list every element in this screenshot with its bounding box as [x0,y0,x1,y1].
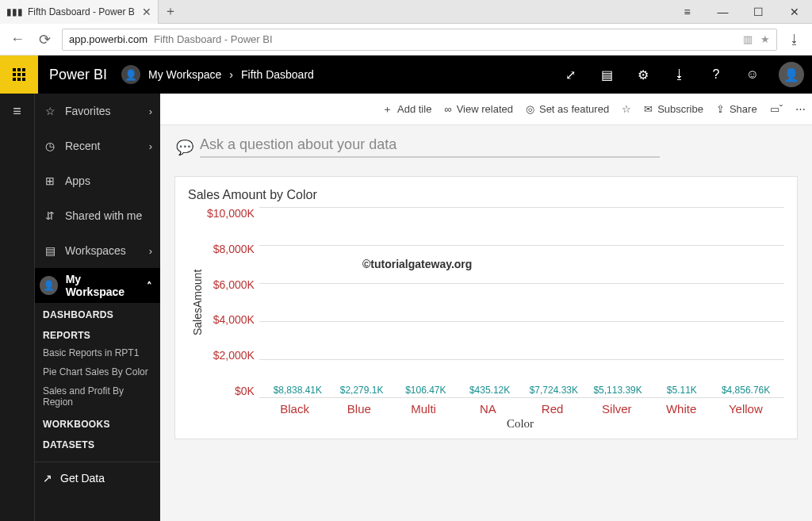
section-workbooks[interactable]: WORKBOOKS [35,412,160,433]
get-data-button[interactable]: ↗ Get Data [35,462,160,494]
share-button[interactable]: ⇪Share [716,103,757,115]
tab-title: Fifth Dasboard - Power B [28,6,135,17]
powerbi-bars-icon: ▮▮▮ [6,6,23,17]
favorite-icon[interactable]: ★ [760,33,770,45]
bar-value-label: $7,724.33K [530,385,578,396]
sidebar-item[interactable]: ▤ Workspaces › [35,233,160,268]
close-icon[interactable]: ✕ [142,6,151,18]
download-icon[interactable]: ⭳ [661,56,698,94]
menu-icon[interactable]: ≡ [669,0,705,24]
sidebar-item-label: My Workspace [66,273,139,298]
section-datasets[interactable]: DATASETS [35,433,160,454]
sidebar-item-label: Shared with me [65,209,142,222]
section-dashboards[interactable]: DASHBOARDS [35,303,160,324]
chevron-up-icon: ˄ [147,280,152,292]
bar[interactable]: $7,724.33K [522,385,586,397]
view-related-button[interactable]: ∞View related [444,103,513,115]
hamburger-icon[interactable]: ≡ [0,94,34,128]
fullscreen-icon[interactable]: ⤢ [552,56,588,94]
bar[interactable]: $2,279.1K [330,385,394,397]
nav-icon: ◷ [43,140,57,152]
bar-value-label: $4,856.76K [722,385,770,396]
downloads-icon[interactable]: ⭳ [785,33,804,47]
nav-icon: ▤ [43,244,57,257]
x-axis-label: Color [256,417,784,431]
bar[interactable]: $106.47K [393,385,458,397]
x-tick: Black [262,402,327,416]
maximize-button[interactable]: ☐ [741,0,776,24]
feedback-icon[interactable]: ☺ [734,56,771,94]
browser-tab[interactable]: ▮▮▮ Fifth Dasboard - Power B ✕ [0,0,159,24]
settings-icon[interactable]: ⚙ [625,56,661,94]
y-tick: $6,000K [213,278,255,291]
help-icon[interactable]: ? [698,56,734,94]
subscribe-button[interactable]: ✉Subscribe [644,103,703,115]
display-mode-button[interactable]: ▭ˇ [770,103,783,115]
qa-input[interactable]: 💬 Ask a question about your data [160,125,812,165]
report-link[interactable]: Basic Reports in RPT1 [35,344,160,363]
add-tile-button[interactable]: ＋Add tile [382,102,431,117]
bar-value-label: $2,279.1K [340,385,384,396]
sidebar-item[interactable]: ⇵ Shared with me [35,198,160,233]
get-data-label: Get Data [60,472,105,485]
user-icon: 👤 [40,276,58,295]
app-launcher-button[interactable] [0,56,38,94]
bar-value-label: $435.12K [469,385,510,396]
x-tick: NA [456,402,520,416]
url-input[interactable]: app.powerbi.com Fifth Dasboard - Power B… [62,29,777,51]
sidebar-item[interactable]: ⊞ Apps [35,163,160,198]
x-tick: Multi [391,402,455,416]
comments-icon[interactable]: ▤ [588,56,625,94]
bar-value-label: $8,838.41K [274,385,322,396]
sidebar-item[interactable]: ◷ Recent › [35,128,160,163]
breadcrumb-workspace[interactable]: My Workspace [148,68,221,81]
report-link[interactable]: Pie Chart Sales By Color [35,363,160,382]
more-button[interactable]: ⋯ [795,103,806,115]
bar[interactable]: $435.12K [458,385,522,397]
set-featured-button[interactable]: ◎Set as featured [526,103,609,115]
x-tick: Yellow [714,402,778,416]
bar[interactable]: $5.11K [649,385,714,397]
ellipsis-icon: ⋯ [795,103,806,115]
sidebar-item-label: Workspaces [65,244,126,257]
bar[interactable]: $5,113.39K [586,385,650,397]
bar[interactable]: $4,856.76K [714,385,778,397]
url-domain: app.powerbi.com [69,33,147,45]
chevron-right-icon: › [149,140,152,152]
sidebar-item-label: Favorites [65,105,111,117]
refresh-button[interactable]: ⟳ [35,31,54,48]
url-page-title: Fifth Dasboard - Power BI [154,33,273,45]
back-button[interactable]: ← [8,31,27,48]
x-tick: Red [520,402,584,416]
bar-value-label: $5.11K [667,385,697,396]
favorite-button[interactable]: ☆ [622,103,631,115]
collapse-column: ≡ [0,94,35,521]
x-axis-ticks: BlackBlueMultiNARedSilverWhiteYellow [256,397,784,416]
y-axis-ticks: $10,000K$8,000K$6,000K$4,000K$2,000K$0K [207,207,259,397]
address-bar: ← ⟳ app.powerbi.com Fifth Dasboard - Pow… [0,24,812,56]
share-icon: ⇪ [716,103,725,115]
report-link[interactable]: Sales and Profit By Region [35,382,160,412]
section-reports[interactable]: REPORTS [35,324,160,344]
y-axis-label: SalesAmount [188,207,207,397]
monitor-icon: ▭ˇ [770,103,783,115]
site-info-icon[interactable]: ▥ [743,33,753,45]
nav-icon: ☆ [43,105,57,117]
new-tab-button[interactable]: ＋ [159,3,182,20]
minimize-button[interactable]: — [705,0,741,24]
mail-icon: ✉ [644,103,653,115]
sidebar-item-my-workspace[interactable]: 👤 My Workspace ˄ [35,268,160,303]
chat-icon: 💬 [176,139,193,156]
chart-tile[interactable]: Sales Amount by Color SalesAmount $10,00… [174,176,798,439]
y-tick: $2,000K [213,349,255,362]
y-tick: $0K [235,385,255,397]
close-window-button[interactable]: ✕ [776,0,812,24]
related-icon: ∞ [444,103,451,115]
qa-placeholder: Ask a question about your data [200,136,660,158]
breadcrumb-page: Fifth Dasboard [241,68,314,81]
profile-avatar[interactable]: 👤 [779,62,804,87]
bar[interactable]: $8,838.41K [266,385,330,397]
sidebar-item[interactable]: ☆ Favorites › [35,94,160,128]
plus-icon: ＋ [382,102,393,117]
breadcrumb: 👤 My Workspace › Fifth Dasboard [121,65,314,84]
